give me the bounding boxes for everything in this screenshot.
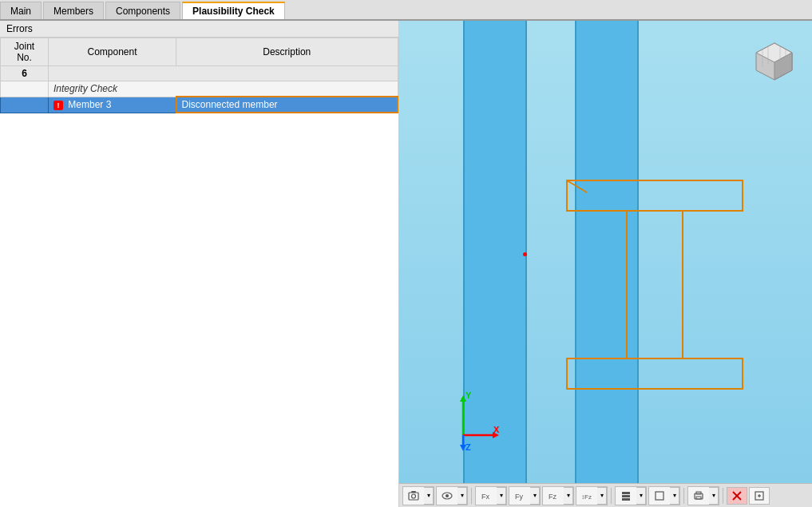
main-layout: Errors Joint No. Component Description — [0, 21, 812, 507]
fz2-button[interactable]: ↕Fz — [576, 487, 597, 505]
toolbar-eye-group: ▾ — [436, 486, 468, 505]
eye-dropdown[interactable]: ▾ — [457, 487, 467, 505]
svg-text:X: X — [493, 425, 500, 434]
svg-rect-35 — [622, 495, 630, 497]
camera-button[interactable] — [403, 487, 424, 505]
viewport-3d[interactable]: Y X Z — [399, 21, 812, 483]
svg-rect-0 — [567, 180, 743, 211]
errors-label: Errors — [6, 23, 33, 34]
svg-rect-2 — [567, 358, 743, 389]
col-component: Component — [49, 38, 176, 66]
member-description-cell: Disconnected member — [176, 97, 398, 113]
print-button[interactable] — [688, 487, 709, 505]
separator-2 — [611, 488, 612, 504]
tab-plausibility[interactable]: Plausibility Check — [182, 2, 285, 19]
warning-icon: ! — [53, 101, 63, 110]
integrity-check-label-cell: Integrity Check — [49, 81, 398, 97]
integrity-check-row[interactable]: Integrity Check — [1, 81, 398, 97]
member-joint-cell — [1, 97, 49, 113]
tab-components[interactable]: Components — [105, 2, 180, 19]
right-panel: Y X Z — [399, 21, 812, 507]
print-dropdown[interactable]: ▾ — [709, 487, 719, 505]
fz-dropdown[interactable]: ▾ — [564, 487, 573, 505]
tab-main[interactable]: Main — [0, 2, 42, 19]
separator-4 — [723, 488, 723, 504]
svg-rect-37 — [656, 492, 663, 500]
fz2-dropdown[interactable]: ▾ — [597, 487, 607, 505]
fy-dropdown[interactable]: ▾ — [530, 487, 540, 505]
svg-rect-36 — [622, 498, 630, 501]
toolbar-print-group: ▾ — [687, 486, 719, 505]
svg-rect-27 — [411, 491, 416, 493]
separator-3 — [683, 488, 684, 504]
toolbar-layers-group: ▾ — [615, 486, 647, 505]
toolbar-camera-group: ▾ — [402, 486, 434, 505]
joint-row-empty — [49, 66, 398, 81]
svg-text:Y: Y — [465, 390, 472, 400]
svg-rect-34 — [622, 492, 630, 494]
col-joint-no: Joint No. — [1, 38, 49, 66]
col-description: Description — [176, 38, 398, 66]
svg-rect-1 — [627, 211, 683, 358]
svg-rect-40 — [696, 497, 701, 499]
errors-table-container: Joint No. Component Description 6 — [0, 38, 398, 507]
svg-point-26 — [412, 494, 416, 498]
view-cube[interactable] — [748, 29, 800, 81]
tab-members[interactable]: Members — [43, 2, 104, 19]
table-header-row: Joint No. Component Description — [1, 38, 398, 66]
layers-button[interactable] — [616, 487, 636, 505]
fx-button[interactable]: Fx — [476, 487, 497, 505]
layers-dropdown[interactable]: ▾ — [636, 487, 646, 505]
svg-line-3 — [567, 180, 587, 192]
export-button[interactable] — [749, 487, 770, 505]
integrity-joint-cell — [1, 81, 49, 97]
box-button[interactable] — [649, 487, 670, 505]
tab-bar: Main Members Components Plausibility Che… — [0, 0, 812, 21]
errors-table: Joint No. Component Description 6 — [0, 38, 398, 113]
fz-button[interactable]: Fz — [543, 487, 564, 505]
box-dropdown[interactable]: ▾ — [670, 487, 679, 505]
cancel-button[interactable] — [727, 487, 747, 505]
svg-text:Z: Z — [465, 442, 471, 451]
eye-button[interactable] — [437, 487, 457, 505]
toolbar-fz-group: Fz ▾ — [542, 486, 574, 505]
member-name-cell: ! Member 3 — [49, 97, 176, 113]
axes-indicator: Y X Z — [439, 387, 503, 451]
member-row[interactable]: ! Member 3 Disconnected member — [1, 97, 398, 113]
svg-text:Fz: Fz — [549, 493, 557, 501]
svg-text:Fx: Fx — [481, 493, 489, 501]
toolbar-fy-group: Fy ▾ — [509, 486, 541, 505]
errors-header: Errors — [0, 21, 398, 38]
disconnected-point — [523, 252, 527, 256]
svg-text:↕Fz: ↕Fz — [581, 493, 592, 501]
joint-row[interactable]: 6 — [1, 66, 398, 81]
viewport-toolbar: ▾ ▾ Fx ▾ Fy ▾ — [399, 483, 812, 507]
joint-number: 6 — [1, 66, 49, 81]
svg-text:Fy: Fy — [515, 493, 523, 501]
separator-1 — [471, 488, 472, 504]
left-panel: Errors Joint No. Component Description — [0, 21, 399, 507]
toolbar-box-group: ▾ — [648, 486, 680, 505]
fx-dropdown[interactable]: ▾ — [497, 487, 506, 505]
toolbar-fx-group: Fx ▾ — [475, 486, 507, 505]
toolbar-fz2-group: ↕Fz ▾ — [576, 486, 608, 505]
fy-button[interactable]: Fy — [509, 487, 530, 505]
svg-point-29 — [446, 494, 449, 497]
svg-rect-25 — [409, 493, 418, 500]
i-beam-outline — [563, 176, 747, 400]
camera-dropdown[interactable]: ▾ — [424, 487, 434, 505]
